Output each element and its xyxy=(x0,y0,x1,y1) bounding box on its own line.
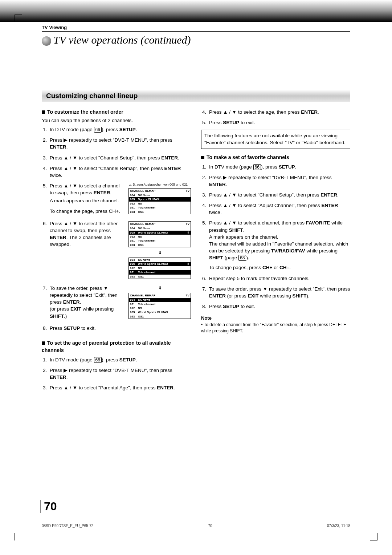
step: Press ▲ / ▼ to select "Channel Setup", t… xyxy=(208,191,350,198)
footer: 08SD-P90DTSE_E_EU_P65-72 70 07/3/23, 11:… xyxy=(42,524,350,528)
subheading-parental: To set the age of parental protection to… xyxy=(42,340,191,354)
page-title: TV view operations (continued) xyxy=(42,34,350,46)
subheading-desc: You can swap the positions of 2 channels… xyxy=(42,117,191,124)
subheading-favorite: To make a set of favorite channels xyxy=(201,154,350,161)
step: Press ▶ repeatedly to select "DVB-T MENU… xyxy=(48,137,191,150)
section-label: TV Viewing xyxy=(42,25,350,32)
step: Press ▲ / ▼ to select a channel, then pr… xyxy=(208,219,350,271)
note-text: • To delete a channel from the "Favorite… xyxy=(201,322,350,334)
page-ref: 68 xyxy=(238,255,246,261)
info-box: The following features are not available… xyxy=(201,130,350,149)
down-arrow-icon: ⬇ xyxy=(129,285,191,291)
section-bar: Customizing channel lineup xyxy=(42,90,350,102)
channel-remap-screenshot-1: CHANNEL REMAPTV 004SK News 005Sports CLI… xyxy=(128,188,191,214)
square-bullet-icon xyxy=(42,341,45,345)
footer-left: 08SD-P90DTSE_E_EU_P65-72 xyxy=(42,524,93,528)
channel-remap-screenshot-4: CHANNEL REMAPTV 004SK News 021Tolz chann… xyxy=(128,293,191,319)
screenshot-caption: z. B. zum Austauschen von 005 und 021 xyxy=(129,182,191,187)
channel-remap-screenshot-2: CHANNEL REMAPTV 004SK News 005World Spor… xyxy=(128,221,191,247)
step: Press ▲ / ▼ to select "Parental Age", th… xyxy=(48,384,191,391)
step: In DTV mode (page 66), press SETUP. xyxy=(48,126,191,133)
footer-mid: 70 xyxy=(208,524,212,528)
step: Press SETUP to exit. xyxy=(208,119,350,126)
step: In DTV mode (page 66), press SETUP. xyxy=(48,356,191,363)
step: Press SETUP to exit. xyxy=(208,303,350,310)
step: Press ▲ / ▼ to select the age, then pres… xyxy=(208,109,350,116)
page-ref: 66 xyxy=(94,357,102,363)
step: Press ▶ repeatedly to select "DVB-T MENU… xyxy=(48,367,191,381)
step: Press ▲ / ▼ to select the other channel … xyxy=(48,220,191,281)
step: In DTV mode (page 66), press SETUP. xyxy=(208,163,350,170)
page-ref: 66 xyxy=(253,164,261,170)
step: To save the order, press ▼ repeatedly to… xyxy=(208,285,350,299)
step: Press ▲ / ▼ to select "Channel Remap", t… xyxy=(48,165,191,179)
note-heading: Note xyxy=(201,315,350,321)
square-bullet-icon xyxy=(201,156,204,159)
square-bullet-icon xyxy=(42,110,45,114)
page-ref: 66 xyxy=(94,127,102,133)
step: Press ▲ / ▼ to select "Channel Setup", t… xyxy=(48,154,191,161)
header-gradient xyxy=(0,0,392,22)
channel-remap-screenshot-3: 004SK News 005World Sports CLIMAX⇕ 012NS… xyxy=(128,258,191,279)
step: Press SETUP to exit. xyxy=(48,325,191,332)
step: To save the order, press ▼ repeatedly to… xyxy=(48,285,191,321)
steps-parental: In DTV mode (page 66), press SETUP. Pres… xyxy=(42,356,191,392)
steps-favorite: In DTV mode (page 66), press SETUP. Pres… xyxy=(201,163,350,310)
subheading-customize-order: To customize the channel order xyxy=(42,109,191,116)
two-column-layout: To customize the channel order You can s… xyxy=(42,106,350,395)
down-arrow-icon: ⬇ xyxy=(129,250,191,256)
left-column: To customize the channel order You can s… xyxy=(42,106,191,395)
bullet-circle-icon xyxy=(42,36,51,46)
steps-customize-order: In DTV mode (page 66), press SETUP. Pres… xyxy=(42,126,191,332)
page-number: 70 xyxy=(40,500,57,513)
right-column: Press ▲ / ▼ to select the age, then pres… xyxy=(201,106,350,395)
step: Press ▲ / ▼ to select "Adjust Channel", … xyxy=(208,202,350,216)
step: Repeat step 5 to mark other favorite cha… xyxy=(208,275,350,282)
footer-right: 07/3/23, 11:18 xyxy=(327,524,350,528)
step: Press ▶ repeatedly to select "DVB-T MENU… xyxy=(208,174,350,188)
steps-parental-cont: Press ▲ / ▼ to select the age, then pres… xyxy=(201,109,350,126)
step: Press ▲ / ▼ to select a channel to swap,… xyxy=(48,182,191,216)
